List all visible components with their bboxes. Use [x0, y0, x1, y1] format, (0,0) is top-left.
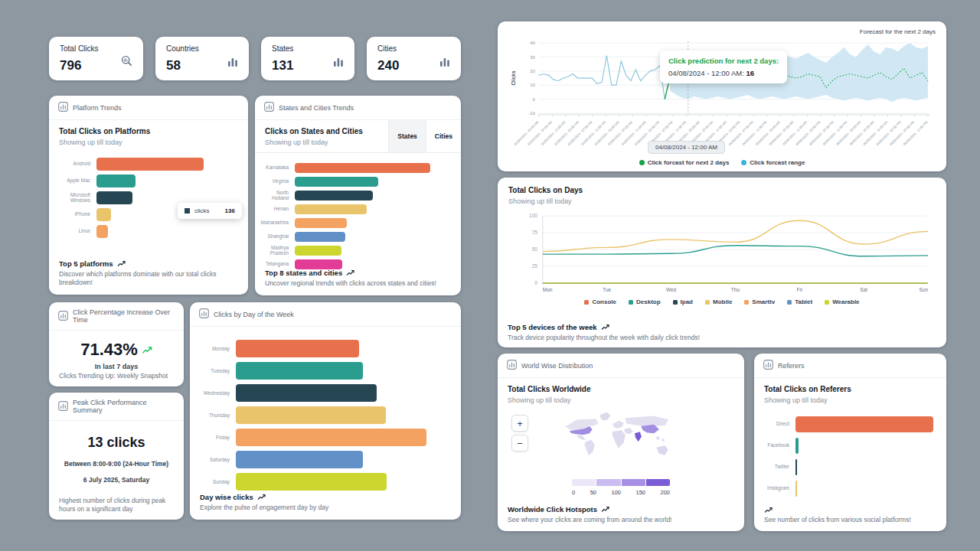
devices-legend: ConsoleDesktopIpadMobileSmarttvTabletWea… — [498, 298, 946, 305]
bar[interactable] — [96, 208, 111, 221]
svg-text:05/08/2024 - 11:00 AM: 05/08/2024 - 11:00 AM — [782, 120, 808, 146]
tooltip-value: 136 — [225, 207, 235, 214]
svg-text:06/08/2024 - 11:00 PM: 06/08/2024 - 11:00 PM — [903, 120, 929, 146]
bar[interactable] — [295, 232, 345, 242]
legend-item[interactable]: Ipad — [673, 298, 693, 305]
svg-text:06/08/2024 - 03:00 AM: 06/08/2024 - 03:00 AM — [835, 120, 861, 146]
svg-text:05/08/2024 - 03:00 AM: 05/08/2024 - 03:00 AM — [755, 120, 781, 146]
svg-text:04/08/2024 - 11:00 PM: 04/08/2024 - 11:00 PM — [741, 120, 767, 146]
bar[interactable] — [236, 406, 386, 424]
svg-text:50: 50 — [532, 246, 538, 252]
card-header: Platform Trends — [49, 96, 248, 120]
bar-label: Sunday — [196, 479, 236, 484]
bar[interactable] — [236, 362, 363, 380]
bar[interactable] — [295, 218, 347, 228]
states-cities-card: States and Cities Trends Clicks on State… — [255, 96, 461, 295]
map-zoom-out-button[interactable]: − — [511, 435, 528, 452]
forecast-svg[interactable]: 403020100-1002/08/2024 - 03:00 AM02/08/2… — [508, 31, 936, 147]
legend-item[interactable]: Desktop — [629, 298, 661, 305]
bar[interactable] — [795, 481, 797, 497]
bar[interactable] — [795, 438, 799, 454]
legend-item[interactable]: Console — [584, 298, 616, 305]
bar[interactable] — [96, 158, 204, 171]
bar[interactable] — [96, 174, 136, 187]
map-zoom-in-button[interactable]: + — [511, 415, 528, 432]
chart-title: Total Clicks Worldwide — [508, 385, 734, 393]
world-map[interactable] — [560, 409, 681, 473]
stat-value: 131 — [272, 58, 293, 73]
bar[interactable] — [236, 451, 363, 468]
bar-row: Linux — [54, 223, 238, 240]
bar[interactable] — [295, 191, 373, 201]
bar[interactable] — [236, 340, 359, 357]
bar[interactable] — [96, 191, 132, 204]
scale-tick: 200 — [660, 489, 670, 496]
legend-item[interactable]: Wearable — [825, 298, 859, 305]
states-cities-tabs: States Cities — [388, 120, 461, 152]
svg-text:Sun: Sun — [920, 287, 929, 292]
bar-row: North Holland — [260, 188, 451, 202]
bar-row: Sunday — [196, 471, 441, 493]
legend-item[interactable]: Mobile — [705, 298, 732, 305]
stat-card-states: States 131 — [261, 37, 354, 80]
legend-item[interactable]: Smarttv — [744, 298, 775, 305]
legend-item[interactable]: Tablet — [787, 298, 812, 305]
legend-item[interactable]: Click forcast range — [741, 159, 805, 166]
bar[interactable] — [96, 225, 108, 238]
devices-line-svg[interactable]: 1007550250MonTueWedThuFriSatSun — [508, 210, 936, 295]
bar[interactable] — [295, 163, 430, 173]
trend-up-icon — [346, 269, 354, 276]
bar-row: Monday — [196, 337, 441, 360]
tab-states[interactable]: States — [388, 120, 426, 152]
bar-label: Linux — [54, 228, 96, 233]
bar[interactable] — [295, 259, 342, 269]
chart-subtitle: Showing up till today — [764, 396, 936, 404]
chart-card-icon — [58, 102, 68, 113]
legend-item[interactable]: Click forcast for next 2 days — [639, 159, 730, 166]
stat-card-countries: Countries 58 — [155, 37, 249, 80]
card-header: Click Percentage Increase Over Time — [49, 302, 184, 331]
dashboard-page: Total Clicks 796 Countries 58 States 131… — [0, 0, 980, 551]
trend-up-icon — [601, 324, 609, 331]
svg-text:0: 0 — [534, 280, 537, 285]
bar-label: Direct — [757, 421, 795, 426]
chart-title: Total Clicks on Days — [508, 186, 936, 194]
tab-cities[interactable]: Cities — [426, 120, 461, 152]
card-header-title: Referers — [778, 362, 805, 370]
bar-chart-icon — [439, 56, 450, 70]
scale-tick: 0 — [572, 489, 575, 496]
forecast-tooltip-value: 16 — [746, 69, 754, 77]
svg-text:-10: -10 — [528, 111, 535, 116]
svg-text:40: 40 — [530, 41, 535, 45]
bar[interactable] — [295, 204, 367, 214]
svg-text:03/08/2024 - 11:00 AM: 03/08/2024 - 11:00 AM — [621, 120, 647, 146]
forecast-tooltip-title: Click prediction for next 2 days: — [668, 57, 779, 65]
trend-up-icon — [601, 506, 609, 513]
svg-text:75: 75 — [532, 230, 538, 235]
week-clicks-card: Clicks by Day of the Week MondayTuesdayW… — [190, 302, 461, 520]
bar-label: North Holland — [260, 190, 295, 201]
bar[interactable] — [295, 246, 341, 256]
bar[interactable] — [236, 429, 426, 446]
chart-subtitle: Showing up till today — [508, 197, 936, 205]
bar-row: Madhya Pradesh — [260, 243, 451, 257]
card-header: States and Cities Trends — [255, 96, 461, 120]
bar[interactable] — [795, 416, 933, 432]
stat-value: 58 — [166, 58, 199, 73]
bar[interactable] — [295, 177, 378, 187]
svg-text:Sat: Sat — [860, 287, 867, 292]
bar-row: Instagram — [757, 478, 937, 499]
bar[interactable] — [236, 384, 377, 402]
svg-text:20: 20 — [530, 69, 535, 73]
bar[interactable] — [795, 459, 797, 475]
chart-title: Clicks on States and Cities — [265, 127, 378, 135]
svg-text:02/08/2024 - 03:00 PM: 02/08/2024 - 03:00 PM — [554, 120, 580, 147]
card-header-title: Platform Trends — [73, 104, 122, 112]
bar-label: Friday — [196, 435, 236, 440]
bar-label: Madhya Pradesh — [260, 245, 295, 256]
card-header-title: Click Percentage Increase Over Time — [73, 308, 175, 324]
bar[interactable] — [236, 473, 387, 491]
stat-label: Cities — [377, 44, 399, 53]
bar-label: Saturday — [196, 457, 236, 462]
svg-text:06/08/2024 - 03:00 PM: 06/08/2024 - 03:00 PM — [875, 120, 902, 147]
